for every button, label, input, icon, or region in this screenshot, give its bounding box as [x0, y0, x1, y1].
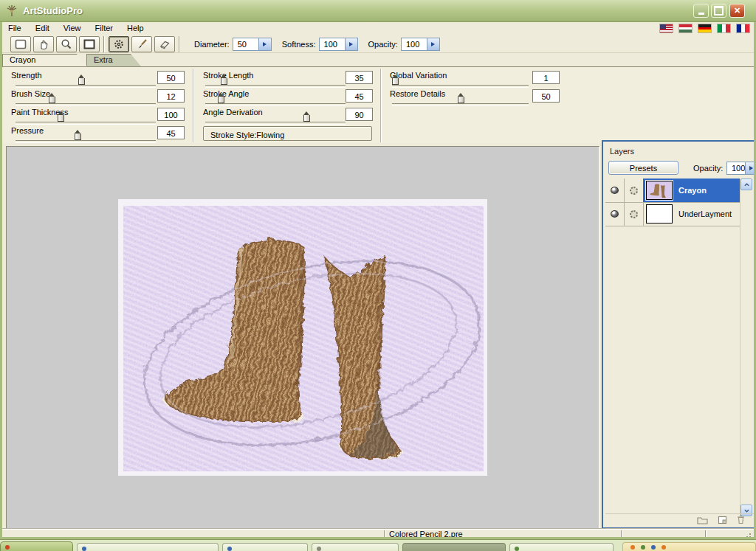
- opacity-value[interactable]: 100: [402, 38, 427, 50]
- diameter-label: Diameter:: [194, 40, 230, 49]
- canvas-area[interactable]: [6, 146, 599, 529]
- layer-opacity-value[interactable]: 100: [727, 162, 745, 174]
- flag-italy-icon[interactable]: [718, 24, 730, 32]
- angle-derivation-slider[interactable]: [205, 122, 346, 125]
- layer-thumbnail[interactable]: [646, 204, 673, 223]
- maximize-button[interactable]: [711, 4, 726, 18]
- flag-germany-icon[interactable]: [698, 24, 711, 32]
- layer-visibility-toggle[interactable]: [605, 179, 625, 202]
- taskbar-button[interactable]: [509, 543, 614, 551]
- layer-list-scrollbar[interactable]: [740, 179, 753, 516]
- taskbar-start-button[interactable]: [0, 541, 73, 551]
- flag-hungary-icon[interactable]: [679, 24, 692, 32]
- paintbrush-icon: [135, 38, 148, 50]
- titlebar: ArtStudioPro ✕: [0, 0, 756, 22]
- taskbar-button[interactable]: [222, 543, 308, 551]
- slider-thumb[interactable]: [221, 78, 227, 85]
- menu-edit[interactable]: Edit: [30, 22, 55, 35]
- opacity-label: Opacity:: [368, 40, 398, 49]
- global-variation-value[interactable]: 1: [532, 71, 560, 84]
- tab-crayon[interactable]: Crayon: [2, 54, 87, 66]
- artwork-canvas[interactable]: [118, 199, 487, 476]
- diameter-value[interactable]: 50: [233, 38, 258, 50]
- tool-rectangle-select-button[interactable]: [10, 36, 31, 52]
- tray-icon[interactable]: [641, 545, 645, 550]
- taskbar-button[interactable]: [312, 543, 399, 551]
- opacity-stepper-button[interactable]: [427, 38, 439, 50]
- menu-file[interactable]: File: [2, 22, 27, 35]
- slider-thumb[interactable]: [75, 134, 81, 140]
- slider-thumb[interactable]: [218, 97, 224, 103]
- taskbar-button-active[interactable]: [402, 543, 506, 551]
- slider-thumb[interactable]: [49, 97, 55, 103]
- slider-thumb[interactable]: [458, 97, 464, 103]
- gear-icon: [630, 187, 638, 195]
- close-button[interactable]: ✕: [729, 4, 745, 18]
- slider-thumb[interactable]: [78, 78, 85, 85]
- layer-settings-button[interactable]: [624, 202, 644, 226]
- strength-slider[interactable]: [16, 85, 156, 88]
- slider-thumb[interactable]: [58, 115, 64, 122]
- slider-thumb[interactable]: [303, 115, 310, 122]
- tool-zoom-button[interactable]: [56, 36, 77, 52]
- panel-divider: [380, 69, 382, 142]
- angle-derivation-value[interactable]: 90: [346, 108, 373, 121]
- menu-help[interactable]: Help: [121, 22, 150, 35]
- layer-opacity-control: 100: [726, 162, 756, 175]
- paint-thickness-value[interactable]: 100: [157, 108, 185, 121]
- minimize-icon: [698, 13, 704, 15]
- brush-size-value[interactable]: 12: [157, 89, 185, 103]
- tool-brush-settings-button[interactable]: [109, 36, 129, 52]
- tool-eraser-button[interactable]: [154, 36, 175, 52]
- tray-icon[interactable]: [630, 545, 635, 550]
- global-variation-slider[interactable]: [392, 85, 529, 88]
- folder-icon[interactable]: [697, 516, 708, 524]
- tray-icon[interactable]: [662, 545, 666, 550]
- softness-value[interactable]: 100: [320, 38, 345, 50]
- arrow-right-icon: [263, 42, 267, 46]
- maximize-icon: [714, 6, 724, 15]
- pressure-value[interactable]: 45: [157, 126, 185, 139]
- stroke-length-value[interactable]: 35: [346, 71, 373, 84]
- tab-extra[interactable]: Extra: [86, 54, 141, 66]
- flag-usa-icon[interactable]: [660, 24, 673, 32]
- presets-button[interactable]: Presets: [608, 161, 678, 175]
- slider-thumb[interactable]: [392, 78, 399, 85]
- restore-details-value[interactable]: 50: [532, 89, 560, 103]
- brush-size-slider[interactable]: [16, 103, 156, 106]
- hand-icon: [37, 38, 50, 50]
- stroke-angle-slider[interactable]: [205, 103, 346, 106]
- layer-thumbnail[interactable]: [646, 181, 673, 200]
- layer-name[interactable]: UnderLayment: [678, 209, 732, 218]
- taskbar-tray: [622, 542, 756, 551]
- chevron-up-icon: [744, 182, 749, 187]
- softness-stepper-button[interactable]: [345, 38, 357, 50]
- layers-footer: [605, 513, 754, 525]
- tool-canvas-frame-button[interactable]: [79, 36, 100, 52]
- stroke-style-button[interactable]: Stroke Style:Flowing: [203, 126, 372, 141]
- new-layer-icon[interactable]: [718, 516, 727, 524]
- taskbar-icon: [82, 547, 86, 551]
- strength-value[interactable]: 50: [157, 71, 185, 84]
- stroke-angle-value[interactable]: 45: [346, 89, 373, 103]
- minimize-button[interactable]: [693, 4, 709, 18]
- layer-settings-button[interactable]: [624, 179, 644, 202]
- paint-thickness-slider[interactable]: [16, 122, 156, 125]
- taskbar-button[interactable]: [77, 543, 219, 551]
- layer-row-crayon[interactable]: Crayon: [605, 179, 742, 203]
- flag-france-icon[interactable]: [737, 24, 749, 32]
- tray-icon[interactable]: [651, 545, 656, 550]
- layer-name[interactable]: Crayon: [678, 186, 707, 195]
- workspace: Layers Presets Opacity: 100: [2, 143, 754, 529]
- layer-visibility-toggle[interactable]: [605, 202, 625, 226]
- menu-view[interactable]: View: [58, 22, 87, 35]
- diameter-stepper-button[interactable]: [258, 38, 271, 50]
- tool-paintbrush-button[interactable]: [131, 36, 152, 52]
- menu-filter[interactable]: Filter: [89, 22, 119, 35]
- restore-details-slider[interactable]: [392, 103, 529, 106]
- tool-hand-pan-button[interactable]: [33, 36, 54, 52]
- layer-row-underlayment[interactable]: UnderLayment: [605, 202, 742, 226]
- stroke-length-slider[interactable]: [205, 85, 346, 88]
- scroll-up-button[interactable]: [740, 179, 752, 190]
- trash-icon[interactable]: [737, 515, 745, 524]
